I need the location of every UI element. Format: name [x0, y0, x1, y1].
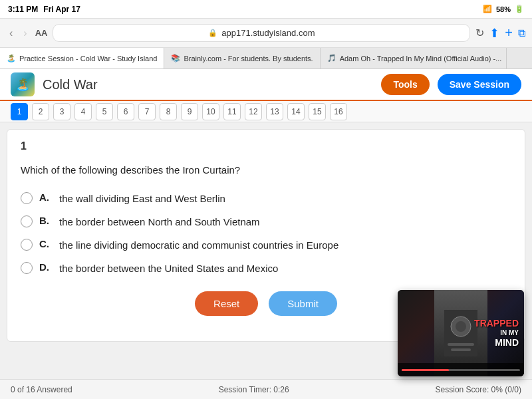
question-nav-8[interactable]: 8	[160, 103, 177, 120]
status-bar: 3:11 PM Fri Apr 17 📶 58% 🔋	[0, 0, 532, 19]
progress-outer	[402, 369, 520, 371]
option-b[interactable]: B. the border between North and South Vi…	[21, 215, 511, 229]
svg-rect-3	[448, 343, 474, 346]
session-timer: Session Timer: 0:26	[219, 385, 289, 394]
question-nav: 1 2 3 4 5 6 7 8 9 10 11 12 13 14 15 16	[0, 101, 532, 122]
option-d-letter: D.	[39, 261, 53, 273]
progress-inner	[402, 369, 449, 371]
question-text: Which of the following describes the Iro…	[21, 163, 511, 178]
question-number: 1	[21, 140, 511, 152]
battery-level: 58%	[496, 5, 511, 13]
browser-tabs: 🏝️ Practice Session - Cold War - Study I…	[0, 48, 532, 69]
url-text: app171.studyisland.com	[221, 28, 315, 38]
status-time: 3:11 PM	[8, 5, 38, 14]
status-date: Fri Apr 17	[43, 5, 80, 14]
option-d[interactable]: D. the border between the United States …	[21, 261, 511, 275]
app-header: 🏝️ Cold War Tools Save Session	[0, 69, 532, 101]
radio-a[interactable]	[21, 192, 33, 204]
question-nav-4[interactable]: 4	[74, 103, 92, 120]
tab-2-favicon: 📚	[171, 54, 180, 63]
add-tab-button[interactable]: +	[505, 25, 513, 41]
video-progress-bar	[398, 363, 524, 376]
radio-d[interactable]	[21, 262, 33, 274]
tab-3-label: Adam Oh - Trapped In My Mind (Official A…	[340, 55, 502, 63]
tab-3[interactable]: 🎵 Adam Oh - Trapped In My Mind (Official…	[321, 48, 507, 68]
question-nav-16[interactable]: 16	[330, 103, 347, 120]
question-nav-13[interactable]: 13	[266, 103, 283, 120]
question-nav-2[interactable]: 2	[32, 103, 49, 120]
video-overlay[interactable]: TRAPPED IN MY MIND	[398, 290, 524, 376]
answered-count: 0 of 16 Answered	[11, 385, 72, 394]
radio-b[interactable]	[21, 215, 33, 227]
question-nav-12[interactable]: 12	[245, 103, 262, 120]
share-button[interactable]: ⬆	[489, 26, 499, 41]
address-bar[interactable]: 🔒 app171.studyisland.com	[53, 24, 470, 42]
video-title: TRAPPED IN MY MIND	[474, 318, 519, 348]
option-a[interactable]: A. the wall dividing East and West Berli…	[21, 192, 511, 205]
question-nav-9[interactable]: 9	[181, 103, 198, 120]
tab-1-favicon: 🏝️	[7, 54, 16, 63]
tab-1-label: Practice Session - Cold War - Study Isla…	[19, 55, 157, 63]
svg-point-2	[456, 321, 466, 332]
page-title: Cold War	[43, 77, 373, 92]
option-c-letter: C.	[39, 238, 53, 249]
tools-button[interactable]: Tools	[381, 74, 429, 95]
tab-3-favicon: 🎵	[327, 54, 336, 63]
save-session-button[interactable]: Save Session	[438, 74, 521, 95]
question-nav-11[interactable]: 11	[223, 103, 241, 120]
tabs-overview-button[interactable]: ⧉	[518, 27, 525, 39]
option-b-text: the border between North and South Vietn…	[59, 215, 260, 229]
option-b-letter: B.	[39, 215, 53, 226]
question-nav-14[interactable]: 14	[287, 103, 305, 120]
question-nav-6[interactable]: 6	[117, 103, 134, 120]
tab-1[interactable]: 🏝️ Practice Session - Cold War - Study I…	[0, 48, 164, 68]
tab-2-label: Brainly.com - For students. By students.	[184, 55, 313, 63]
svg-rect-4	[451, 348, 471, 351]
bottom-status-bar: 0 of 16 Answered Session Timer: 0:26 Ses…	[0, 379, 532, 399]
question-nav-3[interactable]: 3	[53, 103, 70, 120]
forward-button[interactable]: ›	[21, 25, 29, 42]
submit-button[interactable]: Submit	[269, 291, 337, 316]
option-c[interactable]: C. the line dividing democratic and comm…	[21, 238, 511, 252]
tab-2[interactable]: 📚 Brainly.com - For students. By student…	[164, 48, 320, 68]
question-nav-10[interactable]: 10	[202, 103, 219, 120]
question-nav-1[interactable]: 1	[11, 103, 28, 120]
wifi-icon: 📶	[483, 5, 492, 13]
session-score: Session Score: 0% (0/0)	[436, 385, 521, 394]
browser-toolbar: ‹ › AA 🔒 app171.studyisland.com ↻ ⬆ + ⧉	[0, 19, 532, 48]
lock-icon: 🔒	[208, 29, 217, 37]
reset-button[interactable]: Reset	[195, 291, 258, 316]
reader-mode-button[interactable]: AA	[35, 28, 48, 38]
video-thumbnail: TRAPPED IN MY MIND	[398, 290, 524, 376]
back-button[interactable]: ‹	[7, 25, 15, 42]
option-d-text: the border between the United States and…	[59, 261, 278, 275]
option-a-letter: A.	[39, 192, 53, 203]
question-nav-5[interactable]: 5	[96, 103, 113, 120]
question-nav-15[interactable]: 15	[309, 103, 326, 120]
option-a-text: the wall dividing East and West Berlin	[59, 192, 225, 205]
radio-c[interactable]	[21, 239, 33, 251]
reload-button[interactable]: ↻	[475, 27, 484, 39]
app-logo: 🏝️	[11, 72, 35, 96]
question-nav-7[interactable]: 7	[138, 103, 156, 120]
battery-icon: 🔋	[515, 5, 524, 13]
option-c-text: the line dividing democratic and communi…	[59, 238, 338, 252]
